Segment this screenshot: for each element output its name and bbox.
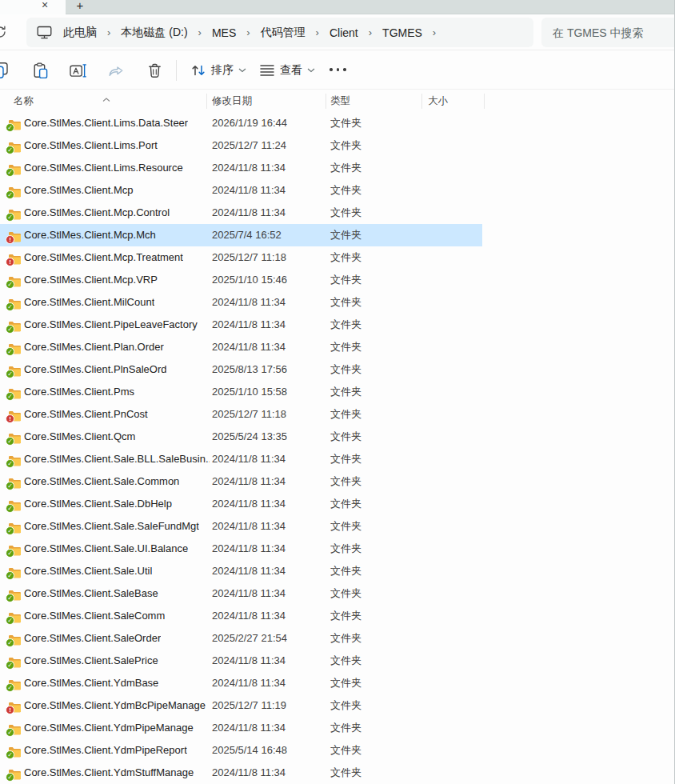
file-row[interactable]: Core.StlMes.Client.PipeLeaveFactory 2024… bbox=[0, 314, 675, 336]
active-tab[interactable] bbox=[0, 0, 66, 14]
file-type: 文件夹 bbox=[330, 336, 361, 358]
file-row[interactable]: Core.StlMes.Client.Mcp.VRP 2025/1/10 15:… bbox=[0, 269, 675, 291]
breadcrumb-item[interactable]: MES bbox=[207, 26, 241, 39]
file-list: Core.StlMes.Client.Lims.Data.Steer 2026/… bbox=[0, 112, 675, 784]
sort-button[interactable]: 排序 bbox=[186, 58, 251, 82]
folder-icon bbox=[8, 654, 21, 667]
file-type: 文件夹 bbox=[330, 224, 361, 246]
file-row[interactable]: Core.StlMes.Client.PnCost 2025/12/7 11:1… bbox=[0, 403, 675, 426]
file-row[interactable]: Core.StlMes.Client.Sale.SaleFundMgt 2024… bbox=[0, 515, 675, 538]
status-overlay-icon bbox=[6, 773, 14, 782]
breadcrumb-chevron-icon[interactable]: › bbox=[310, 26, 325, 38]
sort-ascending-icon bbox=[102, 90, 110, 105]
file-date: 2024/11/8 11:34 bbox=[212, 202, 286, 224]
file-type: 文件夹 bbox=[330, 112, 361, 134]
file-row[interactable]: Core.StlMes.Client.Lims.Resource 2024/11… bbox=[0, 157, 675, 179]
toolbar-divider bbox=[176, 60, 177, 81]
status-overlay-icon bbox=[6, 168, 14, 177]
file-date: 2025/12/7 11:18 bbox=[212, 403, 286, 426]
rename-icon[interactable] bbox=[70, 62, 87, 79]
file-row[interactable]: Core.StlMes.Client.YdmBcPipeManage 2025/… bbox=[0, 694, 675, 717]
this-pc-icon[interactable] bbox=[37, 26, 52, 39]
new-tab-icon[interactable]: + bbox=[74, 0, 86, 14]
file-type: 文件夹 bbox=[330, 179, 361, 202]
more-options-icon[interactable] bbox=[330, 68, 346, 71]
tab-close-icon[interactable]: × bbox=[38, 0, 51, 13]
folder-icon bbox=[8, 498, 21, 510]
file-row[interactable]: Core.StlMes.Client.Sale.UI.Balance 2024/… bbox=[0, 538, 675, 560]
file-name: Core.StlMes.Client.Lims.Data.Steer bbox=[24, 112, 188, 134]
breadcrumb-item[interactable]: Client bbox=[325, 26, 363, 39]
file-name: Core.StlMes.Client.Pms bbox=[24, 381, 134, 403]
file-row[interactable]: Core.StlMes.Client.Plan.Order 2024/11/8 … bbox=[0, 336, 675, 358]
column-separator[interactable] bbox=[326, 94, 326, 109]
column-header-size[interactable]: 大小 bbox=[428, 90, 448, 112]
breadcrumb-chevron-icon[interactable]: › bbox=[427, 26, 441, 38]
file-row[interactable]: Core.StlMes.Client.YdmBase 2024/11/8 11:… bbox=[0, 672, 675, 694]
refresh-icon[interactable] bbox=[0, 25, 7, 39]
file-row[interactable]: Core.StlMes.Client.Mcp.Mch 2025/7/4 16:5… bbox=[0, 224, 675, 246]
file-type: 文件夹 bbox=[330, 627, 361, 650]
column-header-name[interactable]: 名称 bbox=[14, 90, 34, 112]
search-input[interactable] bbox=[553, 26, 673, 39]
file-row[interactable]: Core.StlMes.Client.Pms 2025/1/10 15:58 文… bbox=[0, 381, 675, 403]
file-row[interactable]: Core.StlMes.Client.Mcp.Treatment 2025/12… bbox=[0, 246, 675, 269]
file-name: Core.StlMes.Client.YdmBcPipeManage bbox=[24, 694, 206, 717]
file-row[interactable]: Core.StlMes.Client.Sale.DbHelp 2024/11/8… bbox=[0, 493, 675, 515]
file-row[interactable]: Core.StlMes.Client.PlnSaleOrd 2025/8/13 … bbox=[0, 358, 675, 381]
file-type: 文件夹 bbox=[330, 672, 361, 694]
file-row[interactable]: Core.StlMes.Client.Sale.Util 2024/11/8 1… bbox=[0, 560, 675, 582]
breadcrumb-field[interactable]: 此电脑›本地磁盘 (D:)›MES›代码管理›Client›TGMES› bbox=[26, 18, 533, 47]
file-name: Core.StlMes.Client.Lims.Port bbox=[24, 134, 158, 157]
file-row[interactable]: Core.StlMes.Client.SaleComm 2024/11/8 11… bbox=[0, 605, 675, 627]
file-row[interactable]: Core.StlMes.Client.Lims.Port 2025/12/7 1… bbox=[0, 134, 675, 157]
delete-icon[interactable] bbox=[146, 62, 163, 79]
file-date: 2024/11/8 11:34 bbox=[212, 605, 286, 627]
file-type: 文件夹 bbox=[330, 202, 361, 224]
file-row[interactable]: Core.StlMes.Client.YdmStuffManage 2024/1… bbox=[0, 762, 675, 784]
breadcrumb-item[interactable]: 此电脑 bbox=[58, 26, 102, 40]
breadcrumb-chevron-icon[interactable]: › bbox=[193, 26, 207, 38]
file-date: 2025/8/13 17:56 bbox=[212, 358, 287, 381]
file-name: Core.StlMes.Client.Sale.Util bbox=[24, 560, 152, 582]
search-box[interactable] bbox=[541, 18, 675, 47]
share-icon bbox=[107, 62, 125, 79]
file-row[interactable]: Core.StlMes.Client.MilCount 2024/11/8 11… bbox=[0, 291, 675, 314]
column-header-date[interactable]: 修改日期 bbox=[212, 90, 252, 112]
folder-icon bbox=[8, 251, 21, 264]
file-row[interactable]: Core.StlMes.Client.Mcp.Control 2024/11/8… bbox=[0, 202, 675, 224]
file-row[interactable]: Core.StlMes.Client.Lims.Data.Steer 2026/… bbox=[0, 112, 675, 134]
file-date: 2024/11/8 11:34 bbox=[212, 291, 286, 314]
paste-icon[interactable] bbox=[31, 62, 49, 79]
column-header-row: 名称 修改日期 类型 大小 bbox=[0, 90, 675, 112]
folder-icon bbox=[8, 341, 21, 354]
file-type: 文件夹 bbox=[330, 470, 361, 493]
file-row[interactable]: Core.StlMes.Client.SaleBase 2024/11/8 11… bbox=[0, 582, 675, 605]
file-row[interactable]: Core.StlMes.Client.Qcm 2025/5/24 13:35 文… bbox=[0, 426, 675, 448]
file-row[interactable]: Core.StlMes.Client.YdmPipeManage 2024/11… bbox=[0, 717, 675, 739]
copy-icon[interactable] bbox=[0, 62, 9, 79]
column-separator[interactable] bbox=[206, 94, 207, 109]
file-row[interactable]: Core.StlMes.Client.Mcp 2024/11/8 11:34 文… bbox=[0, 179, 675, 202]
file-row[interactable]: Core.StlMes.Client.Sale.Common 2024/11/8… bbox=[0, 470, 675, 493]
file-name: Core.StlMes.Client.SaleBase bbox=[24, 582, 158, 605]
view-button[interactable]: 查看 bbox=[254, 58, 320, 82]
breadcrumb-item[interactable]: 本地磁盘 (D:) bbox=[116, 26, 192, 40]
file-type: 文件夹 bbox=[330, 538, 361, 560]
breadcrumb-item[interactable]: TGMES bbox=[377, 26, 427, 39]
file-row[interactable]: Core.StlMes.Client.SaleOrder 2025/2/27 2… bbox=[0, 627, 675, 650]
file-type: 文件夹 bbox=[330, 358, 361, 381]
file-row[interactable]: Core.StlMes.Client.Sale.BLL.SaleBusin...… bbox=[0, 448, 675, 470]
breadcrumb-chevron-icon[interactable]: › bbox=[241, 26, 255, 38]
view-button-label: 查看 bbox=[280, 63, 302, 78]
column-separator[interactable] bbox=[421, 94, 422, 109]
breadcrumb-chevron-icon[interactable]: › bbox=[363, 26, 377, 38]
file-row[interactable]: Core.StlMes.Client.YdmPipeReport 2025/5/… bbox=[0, 739, 675, 762]
status-overlay-icon bbox=[6, 616, 14, 625]
file-row[interactable]: Core.StlMes.Client.SalePrice 2024/11/8 1… bbox=[0, 650, 675, 672]
breadcrumb-item[interactable]: 代码管理 bbox=[256, 26, 310, 40]
column-separator[interactable] bbox=[484, 94, 485, 109]
column-header-type[interactable]: 类型 bbox=[330, 90, 350, 112]
breadcrumb-chevron-icon[interactable]: › bbox=[102, 26, 116, 38]
folder-icon bbox=[8, 453, 21, 466]
